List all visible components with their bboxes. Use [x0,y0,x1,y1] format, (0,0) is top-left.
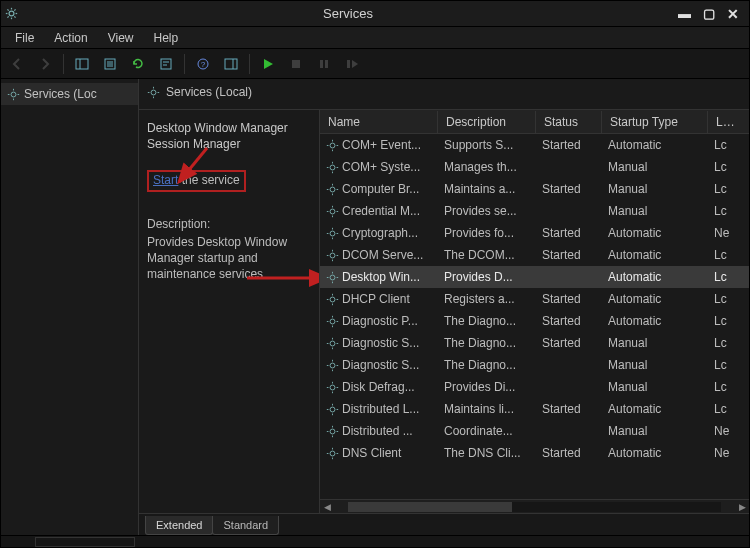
table-row[interactable]: COM+ Syste...Manages th...ManualLc [320,156,749,178]
help-button[interactable]: ? [191,52,215,76]
cell-description: Provides D... [438,270,536,284]
table-row[interactable]: DHCP ClientRegisters a...StartedAutomati… [320,288,749,310]
cell-startup: Manual [602,424,708,438]
cell-logon: Lc [708,358,736,372]
action-pane-button[interactable] [219,52,243,76]
gear-icon [326,403,339,416]
cell-description: Coordinate... [438,424,536,438]
tab-extended[interactable]: Extended [145,516,213,535]
gear-icon [326,315,339,328]
col-header-name[interactable]: Name [320,111,438,133]
cell-logon: Lc [708,204,736,218]
col-header-description[interactable]: Description [438,111,536,133]
show-hide-tree-button[interactable] [70,52,94,76]
close-button[interactable]: ✕ [727,6,739,22]
cell-name: COM+ Event... [342,138,421,152]
start-service-link[interactable]: Start [153,173,178,187]
cell-logon: Lc [708,270,736,284]
scroll-thumb[interactable] [348,502,512,512]
svg-point-106 [330,451,335,456]
gear-icon [7,88,20,101]
app-icon [5,7,18,20]
description-body: Provides Desktop Window Manager startup … [147,234,313,283]
svg-point-86 [330,363,335,368]
svg-point-101 [330,429,335,434]
window-title: Services [18,6,678,21]
svg-point-91 [330,385,335,390]
cell-status: Started [536,248,602,262]
gear-icon [326,227,339,240]
svg-rect-15 [161,59,171,69]
nav-item-services[interactable]: Services (Loc [1,83,138,105]
scroll-right-button[interactable]: ▶ [735,502,749,512]
scroll-track[interactable] [348,502,721,512]
table-row[interactable]: DCOM Serve...The DCOM...StartedAutomatic… [320,244,749,266]
cell-startup: Automatic [602,248,708,262]
cell-name: Distributed ... [342,424,413,438]
table-row[interactable]: Diagnostic S...The Diagno...StartedManua… [320,332,749,354]
svg-line-5 [7,9,8,10]
col-header-logon[interactable]: Lo [708,111,736,133]
menu-help[interactable]: Help [146,29,187,47]
horizontal-scrollbar[interactable]: ◀ ▶ [320,499,749,513]
table-row[interactable]: Credential M...Provides se...ManualLc [320,200,749,222]
cell-name: Diagnostic S... [342,336,419,350]
restart-service-button [340,52,364,76]
svg-point-71 [330,297,335,302]
col-header-startup[interactable]: Startup Type [602,111,708,133]
menu-file[interactable]: File [7,29,42,47]
svg-rect-23 [320,60,323,68]
table-row[interactable]: Computer Br...Maintains a...StartedManua… [320,178,749,200]
col-header-status[interactable]: Status [536,111,602,133]
annotation-box: Start the service [147,170,246,191]
table-row[interactable]: Disk Defrag...Provides Di...ManualLc [320,376,749,398]
forward-button [33,52,57,76]
minimize-button[interactable]: ▬ [678,6,691,22]
maximize-button[interactable]: ▢ [703,6,715,22]
cell-name: DCOM Serve... [342,248,423,262]
cell-description: Provides fo... [438,226,536,240]
refresh-button[interactable] [126,52,150,76]
gear-icon [326,337,339,350]
toolbar: ? [1,49,749,79]
cell-startup: Manual [602,336,708,350]
table-row[interactable]: Diagnostic P...The Diagno...StartedAutom… [320,310,749,332]
cell-status: Started [536,402,602,416]
cell-logon: Lc [708,292,736,306]
cell-startup: Automatic [602,226,708,240]
table-row[interactable]: Cryptograph...Provides fo...StartedAutom… [320,222,749,244]
svg-rect-9 [76,59,88,69]
cell-status: Started [536,314,602,328]
cell-description: The DCOM... [438,248,536,262]
cell-description: Manages th... [438,160,536,174]
selected-service-name: Desktop Window Manager Session Manager [147,120,313,152]
table-row[interactable]: Desktop Win...Provides D...AutomaticLc [320,266,749,288]
table-row[interactable]: COM+ Event...Supports S...StartedAutomat… [320,134,749,156]
cell-startup: Automatic [602,314,708,328]
cell-description: Supports S... [438,138,536,152]
tab-standard[interactable]: Standard [212,516,279,535]
export-list-button[interactable] [98,52,122,76]
gear-icon [326,447,339,460]
cell-description: Maintains a... [438,182,536,196]
svg-text:?: ? [201,60,206,69]
cell-logon: Ne [708,424,736,438]
svg-point-0 [9,11,14,16]
cell-startup: Manual [602,182,708,196]
cell-description: Provides Di... [438,380,536,394]
cell-logon: Ne [708,446,736,460]
pause-service-button [312,52,336,76]
table-row[interactable]: Diagnostic S...The Diagno...ManualLc [320,354,749,376]
table-row[interactable]: Distributed ...Coordinate...ManualNe [320,420,749,442]
scroll-left-button[interactable]: ◀ [320,502,334,512]
table-row[interactable]: Distributed L...Maintains li...StartedAu… [320,398,749,420]
start-service-button[interactable] [256,52,280,76]
menu-action[interactable]: Action [46,29,95,47]
grid-header: Name Description Status Startup Type Lo [320,110,749,134]
gear-icon [326,249,339,262]
table-row[interactable]: DNS ClientThe DNS Cli...StartedAutomatic… [320,442,749,464]
gear-icon [326,205,339,218]
menu-view[interactable]: View [100,29,142,47]
properties-button[interactable] [154,52,178,76]
cell-description: The DNS Cli... [438,446,536,460]
